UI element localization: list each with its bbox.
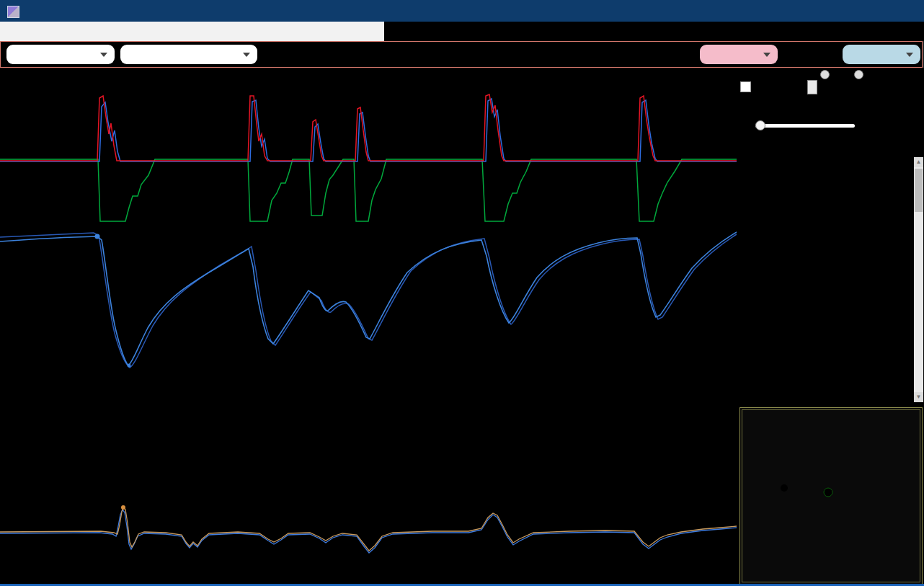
throttle-trace [0,159,737,221]
blue-line-select[interactable] [843,45,920,64]
track-sector-2-red [825,409,881,474]
track-sector-1-blue [781,417,827,546]
telemetry-chart[interactable] [0,68,737,586]
brake-trace-red [0,94,737,161]
menu-strip [0,22,384,41]
chevron-down-icon [763,53,770,57]
speed-cursor-dot [95,234,100,239]
title-bar[interactable] [0,0,924,22]
sidebar: ▲ ▼ [737,68,924,586]
red-line-select[interactable] [700,45,778,64]
scroll-up-icon[interactable]: ▲ [914,157,923,167]
scrollbar-thumb[interactable] [915,169,923,212]
minimize-button[interactable] [825,0,858,22]
radio-bottom[interactable] [854,70,863,79]
chevron-down-icon [243,53,250,57]
close-button[interactable] [891,0,924,22]
chevron-down-icon [906,53,913,57]
graph-details-slider-thumb[interactable] [755,120,765,130]
speed-min-dot [128,364,131,368]
map-car-dot [824,488,832,497]
view-mode-select[interactable] [120,45,257,64]
track-map[interactable] [739,407,923,585]
menu-bar [0,22,924,41]
telemetry-traces [0,68,737,586]
steer-trace-red [0,507,737,551]
reset-zoom-button[interactable] [807,80,817,94]
track-select[interactable] [6,45,115,64]
radio-top[interactable] [820,70,830,79]
graph-list-scrollbar[interactable]: ▲ ▼ [914,157,923,402]
chevron-down-icon [100,53,107,57]
steer-peak-dot [121,505,125,510]
speed-trace-main [0,232,737,365]
map-cursor-dot [781,484,788,492]
graph-details-slider[interactable] [755,124,855,128]
app-icon [7,6,19,18]
scroll-down-icon[interactable]: ▼ [914,392,923,402]
track-map-svg [740,408,922,584]
maximize-button[interactable] [858,0,891,22]
brake-trace-blue [0,99,737,161]
autozoom-checkbox[interactable] [740,81,751,92]
app-window: { "window": { "title": "Telemetry Tool F… [0,0,924,586]
toolbar [0,41,923,68]
